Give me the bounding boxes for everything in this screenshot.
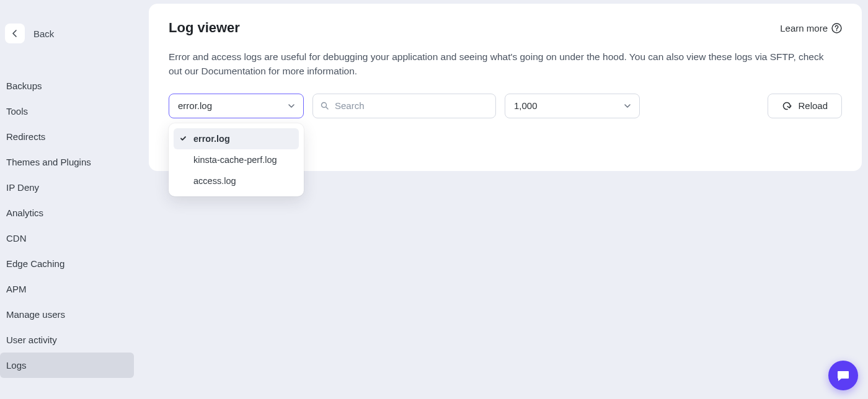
dropdown-option[interactable]: kinsta-cache-perf.log (174, 149, 299, 170)
description-text: Error and access logs are useful for deb… (169, 50, 838, 79)
log-file-select[interactable]: error.log (169, 94, 304, 118)
log-file-selected: error.log (178, 100, 212, 111)
dropdown-option[interactable]: access.log (174, 170, 299, 191)
dropdown-option-label: kinsta-cache-perf.log (193, 155, 277, 165)
sidebar-item-edge[interactable]: Edge Caching (0, 251, 134, 276)
back-button[interactable] (5, 24, 25, 43)
svg-point-1 (836, 30, 838, 31)
chevron-down-icon (287, 102, 296, 110)
search-field-wrapper (312, 94, 496, 118)
back-label: Back (33, 28, 54, 39)
sidebar-item-cdn[interactable]: CDN (0, 226, 134, 251)
sidebar-item-redirects[interactable]: Redirects (0, 124, 134, 149)
sidebar-nav: BackupsToolsRedirectsThemes and PluginsI… (0, 73, 134, 378)
dropdown-option[interactable]: error.log (174, 128, 299, 149)
chevron-down-icon (623, 102, 632, 110)
check-icon (179, 135, 187, 142)
sidebar-item-apm[interactable]: APM (0, 276, 134, 302)
main: Log viewer Learn more Error and access l… (134, 0, 868, 399)
limit-select[interactable]: 1,000 (505, 94, 640, 118)
controls-row: error.log 1,000 Reload error.logkinsta-c… (169, 94, 842, 118)
chat-icon (836, 368, 851, 383)
sidebar-item-ipdeny[interactable]: IP Deny (0, 175, 134, 200)
reload-button[interactable]: Reload (768, 94, 842, 118)
log-file-dropdown: error.logkinsta-cache-perf.logaccess.log (169, 123, 304, 196)
sidebar-item-backups[interactable]: Backups (0, 73, 134, 99)
sidebar-item-users[interactable]: Manage users (0, 302, 134, 327)
learn-more-link[interactable]: Learn more (780, 23, 842, 33)
help-icon (831, 23, 842, 33)
sidebar-item-tools[interactable]: Tools (0, 99, 134, 124)
sidebar-item-analytics[interactable]: Analytics (0, 200, 134, 226)
learn-more-label: Learn more (780, 23, 828, 33)
sidebar-item-activity[interactable]: User activity (0, 327, 134, 353)
sidebar-item-logs[interactable]: Logs (0, 353, 134, 378)
card-header: Log viewer Learn more (169, 20, 842, 36)
search-icon (321, 102, 329, 110)
sidebar-item-themes[interactable]: Themes and Plugins (0, 149, 134, 175)
reload-icon (782, 101, 792, 111)
dropdown-option-label: error.log (193, 134, 230, 144)
limit-selected: 1,000 (514, 100, 538, 111)
svg-point-2 (322, 103, 327, 108)
arrow-left-icon (10, 28, 20, 38)
search-input[interactable] (335, 100, 488, 111)
log-viewer-card: Log viewer Learn more Error and access l… (149, 4, 862, 171)
page-title: Log viewer (169, 20, 240, 36)
reload-label: Reload (798, 100, 828, 111)
chat-fab[interactable] (828, 361, 858, 390)
sidebar: Back BackupsToolsRedirectsThemes and Plu… (0, 0, 134, 399)
dropdown-option-label: access.log (193, 176, 236, 186)
back-row: Back (0, 24, 134, 43)
